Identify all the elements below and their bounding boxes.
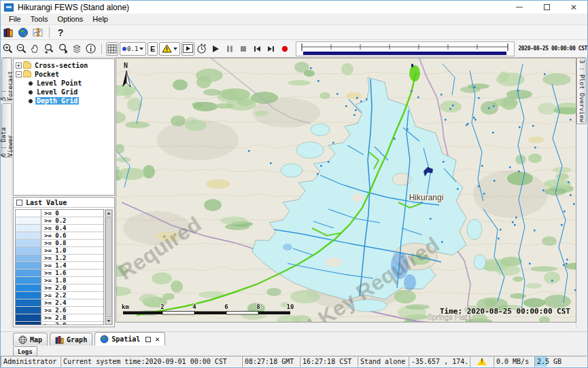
legend-row[interactable]: >= 1.0 [16, 247, 103, 255]
close-button[interactable]: ✕ [560, 1, 587, 14]
classification-button[interactable]: E [148, 42, 158, 56]
step-back-button[interactable] [251, 42, 263, 56]
legend-color-swatch [16, 247, 41, 254]
zoom-in-icon [2, 43, 14, 54]
zoom-next-button[interactable] [57, 42, 69, 56]
tab-forecast[interactable]: 5 : Forecast [1, 58, 12, 101]
menu-item-options[interactable]: Options [52, 14, 88, 24]
legend-scrollbar[interactable] [105, 209, 113, 325]
stopwatch-icon [196, 43, 207, 54]
boxed-play-icon [183, 44, 193, 53]
logs-button[interactable]: Logs [13, 346, 37, 356]
timeseries-display-button[interactable] [31, 26, 45, 39]
warning-icon [162, 44, 172, 53]
legend-row[interactable]: >= 1.4 [16, 262, 103, 270]
tab-data-viewer[interactable]: 6 : Data Viewer [1, 103, 12, 158]
last-value-checkbox[interactable] [16, 200, 22, 206]
menu-item-help[interactable]: Help [88, 14, 113, 24]
legend-row[interactable]: >= 1.6 [16, 270, 103, 277]
step-forward-button[interactable] [265, 42, 277, 56]
restore-panel-icon[interactable] [145, 337, 151, 342]
timeline-slider[interactable] [296, 41, 515, 56]
legend-row[interactable]: >= 0 [16, 210, 103, 217]
threshold-value: 0.1 [127, 45, 138, 52]
tree-item-depth-grid[interactable]: Depth Grid [14, 96, 114, 105]
pause-button[interactable] [224, 42, 236, 56]
play-button[interactable] [209, 42, 222, 56]
menu-item-tools[interactable]: Tools [26, 14, 53, 24]
database-display-button[interactable] [1, 26, 15, 39]
pause-icon [225, 44, 235, 54]
tab-map[interactable]: Map [13, 333, 48, 346]
map-display-button[interactable] [16, 26, 30, 39]
map-time-label: Time: 2020-08-25 00:00:00 CST [440, 307, 570, 316]
record-button[interactable] [279, 42, 291, 56]
legend-row[interactable]: >= 2.0 [16, 284, 103, 292]
legend-color-swatch [16, 299, 41, 306]
warning-dropdown[interactable] [159, 42, 180, 56]
legend-row[interactable]: >= 3.0 [16, 322, 103, 325]
legend-row[interactable]: >= 2.4 [16, 299, 103, 307]
legend-row[interactable]: >= 0.8 [16, 240, 103, 247]
menu-item-file[interactable]: File [4, 14, 26, 24]
layers-button[interactable] [71, 42, 83, 56]
help-icon: ? [58, 27, 64, 38]
pan-button[interactable] [29, 42, 41, 56]
layers-icon [71, 43, 83, 54]
legend-row[interactable]: >= 2.2 [16, 292, 103, 299]
legend-header: Last Value [14, 198, 114, 208]
scroll-thumb[interactable] [105, 217, 112, 317]
tree-expander-icon[interactable]: + [16, 62, 22, 69]
legend-color-swatch [16, 262, 41, 269]
tab-plot-overview[interactable]: 3 : Plot Overview [576, 58, 587, 124]
minimize-icon [516, 7, 523, 7]
grid-display-button[interactable] [106, 42, 119, 56]
status-coordinates: -35.657 , 174.199 [409, 356, 470, 367]
zoom-previous-icon [43, 43, 55, 54]
step-forward-icon [266, 44, 276, 54]
legend-row[interactable]: >= 1.8 [16, 277, 103, 284]
map-view[interactable]: API Key Required API Key Required Hikura… [116, 58, 576, 323]
legend-row[interactable]: >= 0.4 [16, 225, 103, 232]
legend-row-label: >= 3.0 [41, 322, 67, 325]
info-button[interactable] [84, 42, 97, 56]
status-gmt-time: 08:27:18 GMT [242, 356, 300, 367]
legend-color-swatch [16, 292, 41, 299]
hand-icon [29, 43, 41, 54]
tree-item-pocket[interactable]: −Pocket [14, 70, 114, 79]
minimize-button[interactable] [506, 1, 533, 14]
tree-expander-icon[interactable]: − [16, 71, 22, 77]
tab-graph[interactable]: Graph [50, 333, 92, 346]
help-button[interactable]: ? [54, 26, 67, 39]
main-toolbar: ? [1, 25, 587, 40]
zoom-out-button[interactable] [15, 42, 27, 56]
legend-row[interactable]: >= 2.8 [16, 314, 103, 322]
title-bar: Hikurangi FEWS (Stand alone) ✕ [1, 1, 587, 14]
scale-tick: 8 [256, 303, 260, 310]
tree-item-label: Pocket [33, 71, 60, 78]
zoom-previous-button[interactable] [43, 42, 55, 56]
legend-row[interactable]: >= 0.2 [16, 217, 103, 225]
legend-row[interactable]: >= 0.6 [16, 232, 103, 240]
close-tab-icon[interactable]: ✕ [155, 335, 160, 343]
tree-item-level-grid[interactable]: Level Grid [14, 88, 114, 96]
status-warning-cell[interactable] [470, 356, 494, 367]
legend-row[interactable]: >= 2.6 [16, 307, 103, 314]
globe-icon [100, 335, 109, 344]
legend-color-swatch [16, 240, 41, 246]
scroll-up-icon[interactable] [105, 210, 112, 217]
zoom-in-button[interactable] [1, 42, 14, 56]
status-memory[interactable]: 2.5 GB [534, 356, 587, 367]
legend-list: >= 0>= 0.2>= 0.4>= 0.6>= 0.8>= 1.0>= 1.2… [15, 209, 104, 325]
scroll-down-icon[interactable] [105, 318, 112, 325]
threshold-dropdown[interactable]: 0.1 [120, 42, 146, 56]
animation-settings-button[interactable] [196, 42, 208, 56]
tab-spatial[interactable]: Spatial ✕ [94, 332, 165, 346]
legend-row[interactable]: >= 1.2 [16, 255, 103, 262]
stop-button[interactable] [237, 42, 249, 56]
tree-item-cross-section[interactable]: +Cross-section [14, 61, 114, 70]
maximize-button[interactable] [533, 1, 560, 14]
chevron-down-icon [139, 48, 143, 50]
tree-item-level-point[interactable]: Level Point [14, 79, 114, 88]
open-in-display-button[interactable] [181, 42, 194, 56]
